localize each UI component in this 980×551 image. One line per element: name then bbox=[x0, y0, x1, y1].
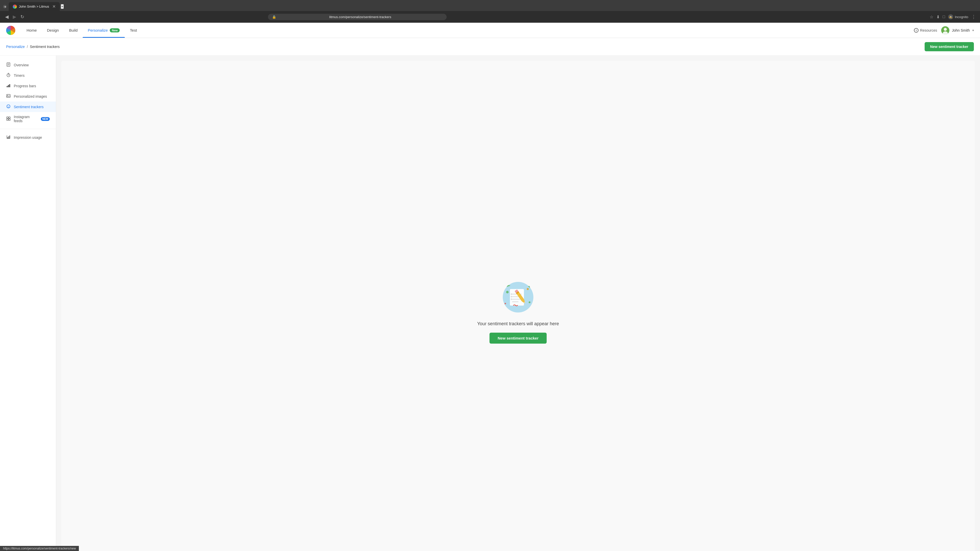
breadcrumb-separator: / bbox=[27, 44, 28, 49]
sidebar-label-personalized-images: Personalized images bbox=[14, 94, 47, 98]
nav-right: i Resources John Smith ▾ bbox=[914, 26, 974, 35]
nav-links: Home Design Build Personalize New Test bbox=[21, 23, 142, 38]
browser-chrome: ◀ John Smith > Litmus ✕ + ◀ ▶ ↻ 🔒 litmus… bbox=[0, 0, 980, 23]
incognito-indicator: 🕵 Incognito bbox=[948, 14, 968, 19]
breadcrumb-personalize-link[interactable]: Personalize bbox=[6, 44, 25, 49]
refresh-button[interactable]: ↻ bbox=[19, 13, 25, 21]
tab-title: John Smith > Litmus bbox=[19, 5, 49, 8]
svg-rect-27 bbox=[10, 135, 10, 138]
svg-point-32 bbox=[504, 303, 506, 304]
back-button[interactable]: ◀ bbox=[4, 13, 10, 21]
sidebar-item-overview[interactable]: Overview bbox=[0, 60, 56, 70]
incognito-icon: 🕵 bbox=[948, 14, 953, 19]
forward-button[interactable]: ▶ bbox=[12, 13, 18, 21]
grid-icon bbox=[6, 117, 11, 121]
new-tab-button[interactable]: + bbox=[61, 4, 64, 9]
sidebar-label-sentiment-trackers: Sentiment trackers bbox=[14, 105, 44, 109]
svg-rect-20 bbox=[9, 117, 10, 118]
empty-state-illustration bbox=[500, 279, 536, 315]
svg-point-31 bbox=[529, 301, 531, 303]
svg-rect-21 bbox=[6, 119, 8, 121]
svg-rect-13 bbox=[9, 84, 10, 87]
avatar bbox=[941, 26, 950, 35]
sidebar-item-timers[interactable]: Timers bbox=[0, 70, 56, 81]
status-bar-url: https://litmus.com/personalize/sentiment… bbox=[3, 547, 76, 550]
nav-home[interactable]: Home bbox=[21, 23, 42, 38]
nav-personalize[interactable]: Personalize New bbox=[83, 23, 125, 38]
user-menu[interactable]: John Smith ▾ bbox=[941, 26, 974, 35]
svg-point-1 bbox=[944, 28, 947, 31]
svg-point-30 bbox=[506, 291, 509, 293]
chart-icon bbox=[6, 135, 11, 140]
main-content: Your sentiment trackers will appear here… bbox=[56, 56, 980, 551]
sidebar-label-timers: Timers bbox=[14, 73, 24, 78]
address-bar-actions: ☆ ⬇ □ 🕵 Incognito ⋮ bbox=[930, 14, 976, 20]
personalize-new-badge: New bbox=[110, 28, 120, 32]
menu-icon[interactable]: ⋮ bbox=[971, 14, 976, 20]
sidebar-item-instagram-feeds[interactable]: Instagram feeds NEW bbox=[0, 112, 56, 126]
svg-rect-12 bbox=[8, 85, 9, 87]
svg-point-17 bbox=[8, 106, 8, 106]
address-text: litmus.com/personalize/sentiment-tracker… bbox=[278, 15, 442, 19]
sidebar-label-progress-bars: Progress bars bbox=[14, 84, 36, 88]
active-tab[interactable]: John Smith > Litmus ✕ bbox=[9, 2, 60, 11]
clock-icon bbox=[6, 73, 11, 78]
incognito-label: Incognito bbox=[955, 15, 968, 19]
svg-rect-11 bbox=[6, 86, 8, 87]
top-nav: Home Design Build Personalize New Test i… bbox=[0, 23, 980, 38]
svg-point-29 bbox=[527, 288, 529, 290]
sidebar-label-impression-usage: Impression usage bbox=[14, 135, 42, 140]
breadcrumb-bar: Personalize / Sentiment trackers New sen… bbox=[0, 38, 980, 56]
extensions-icon[interactable]: □ bbox=[943, 14, 945, 19]
new-sentiment-tracker-header-button[interactable]: New sentiment tracker bbox=[924, 42, 974, 51]
sidebar: Overview Timers bbox=[0, 56, 56, 551]
user-name: John Smith bbox=[952, 28, 970, 32]
sidebar-item-personalized-images[interactable]: Personalized images bbox=[0, 91, 56, 102]
svg-point-38 bbox=[511, 293, 512, 295]
new-sentiment-tracker-empty-button[interactable]: New sentiment tracker bbox=[490, 333, 547, 344]
sidebar-item-impression-usage[interactable]: Impression usage bbox=[0, 132, 56, 143]
nav-build[interactable]: Build bbox=[64, 23, 83, 38]
address-bar-row: ◀ ▶ ↻ 🔒 litmus.com/personalize/sentiment… bbox=[0, 11, 980, 23]
svg-point-40 bbox=[511, 299, 512, 300]
image-icon bbox=[6, 94, 11, 99]
svg-point-15 bbox=[7, 95, 8, 96]
nav-test[interactable]: Test bbox=[125, 23, 142, 38]
status-bar: https://litmus.com/personalize/sentiment… bbox=[0, 546, 79, 551]
content-area: Overview Timers bbox=[0, 56, 980, 551]
nav-design[interactable]: Design bbox=[42, 23, 64, 38]
bar-icon bbox=[6, 83, 11, 88]
svg-point-16 bbox=[7, 105, 10, 108]
resources-button[interactable]: i Resources bbox=[914, 28, 937, 33]
lock-icon: 🔒 bbox=[272, 15, 276, 19]
tab-close-button[interactable]: ✕ bbox=[52, 4, 56, 9]
empty-state-message: Your sentiment trackers will appear here bbox=[477, 321, 559, 327]
smiley-icon bbox=[6, 104, 11, 109]
svg-rect-26 bbox=[8, 136, 9, 138]
svg-rect-25 bbox=[7, 137, 8, 138]
breadcrumb-current: Sentiment trackers bbox=[30, 44, 60, 49]
breadcrumb: Personalize / Sentiment trackers bbox=[6, 44, 60, 49]
app-container: Home Design Build Personalize New Test i… bbox=[0, 23, 980, 551]
svg-rect-22 bbox=[9, 119, 10, 121]
svg-point-39 bbox=[511, 296, 512, 297]
svg-rect-19 bbox=[6, 117, 8, 118]
address-bar-input[interactable]: 🔒 litmus.com/personalize/sentiment-track… bbox=[268, 14, 447, 20]
sidebar-label-overview: Overview bbox=[14, 63, 29, 67]
sidebar-item-sentiment-trackers[interactable]: Sentiment trackers bbox=[0, 102, 56, 112]
litmus-logo[interactable] bbox=[6, 26, 15, 35]
doc-icon bbox=[6, 62, 11, 67]
bookmark-icon[interactable]: ☆ bbox=[930, 14, 933, 19]
tab-favicon bbox=[13, 5, 17, 9]
instagram-new-badge: NEW bbox=[41, 117, 50, 121]
resources-icon: i bbox=[914, 28, 918, 33]
user-chevron-icon: ▾ bbox=[972, 29, 974, 32]
svg-rect-14 bbox=[6, 94, 10, 97]
svg-point-18 bbox=[9, 106, 10, 106]
sidebar-label-instagram-feeds: Instagram feeds bbox=[14, 115, 36, 123]
sidebar-item-progress-bars[interactable]: Progress bars bbox=[0, 81, 56, 91]
download-icon[interactable]: ⬇ bbox=[936, 14, 940, 19]
tab-bar: ◀ John Smith > Litmus ✕ + bbox=[0, 0, 980, 11]
empty-state: Your sentiment trackers will appear here… bbox=[61, 61, 975, 551]
